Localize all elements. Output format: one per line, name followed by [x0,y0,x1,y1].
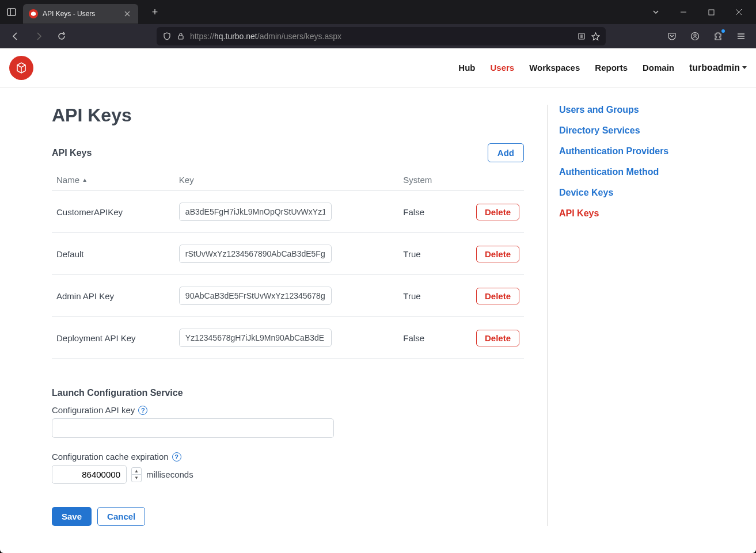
sidenav-device-keys[interactable]: Device Keys [559,188,613,197]
sidenav-directory[interactable]: Directory Services [559,125,640,135]
window-maximize-button[interactable] [698,2,724,22]
col-key[interactable]: Key [174,169,398,191]
lcs-title: Launch Configuration Service [52,388,524,398]
cache-expiration-input[interactable] [52,465,127,484]
extensions-icon[interactable] [710,28,726,44]
app-header: Hub Users Workspaces Reports Domain turb… [0,48,756,87]
svg-marker-13 [592,33,599,40]
window-close-button[interactable] [726,2,751,22]
nav-hub[interactable]: Hub [458,63,475,73]
col-name[interactable]: Name ▲ [52,169,174,191]
account-icon[interactable] [687,28,703,44]
cache-expiration-label: Configuration cache expiration ? [52,452,524,462]
delete-button[interactable]: Delete [476,246,519,262]
cache-unit: milliseconds [146,470,193,479]
nav-workspaces[interactable]: Workspaces [529,63,580,73]
number-spinner: ▲ ▼ [131,467,142,482]
browser-tab[interactable]: API Keys - Users [23,4,138,24]
back-button[interactable] [7,28,24,45]
delete-button[interactable]: Delete [476,204,519,220]
app-nav: Hub Users Workspaces Reports Domain turb… [458,63,747,73]
svg-point-15 [694,34,696,36]
sidebar-toggle-icon[interactable] [5,5,18,19]
cell-system: True [398,275,451,317]
pocket-icon[interactable] [664,28,680,44]
cancel-button[interactable]: Cancel [97,507,145,526]
delete-button[interactable]: Delete [476,330,519,346]
col-system[interactable]: System [398,169,451,191]
side-nav: Users and Groups Directory Services Auth… [547,105,708,526]
reload-button[interactable] [53,28,70,45]
app-menu-icon[interactable] [733,28,749,44]
main-content: API Keys API Keys Add Name ▲ Key System … [52,105,524,526]
table-row: DefaultTrueDelete [52,233,524,275]
nav-users[interactable]: Users [490,63,514,73]
api-keys-table: Name ▲ Key System CustomerAPIKeyFalseDel… [52,169,524,359]
lock-icon[interactable] [176,32,185,41]
svg-rect-5 [709,10,714,15]
cell-system: False [398,191,451,233]
tab-title: API Keys - Users [43,10,117,18]
config-api-key-input[interactable] [52,418,334,438]
sort-asc-icon: ▲ [82,177,88,183]
caret-down-icon [742,66,747,69]
sidenav-api-keys[interactable]: API Keys [559,208,599,218]
tabs-dropdown-icon[interactable] [643,2,668,22]
spinner-down-button[interactable]: ▼ [132,475,141,482]
sidenav-auth-providers[interactable]: Authentication Providers [559,146,668,156]
nav-reports[interactable]: Reports [595,63,628,73]
table-row: Deployment API KeyFalseDelete [52,317,524,359]
page-title: API Keys [52,105,524,126]
url-bar[interactable]: https://hq.turbo.net/admin/users/keys.as… [157,27,606,45]
key-input[interactable] [179,329,332,347]
reader-mode-icon[interactable] [577,32,586,41]
browser-toolbar: https://hq.turbo.net/admin/users/keys.as… [0,24,756,48]
key-input[interactable] [179,203,332,221]
svg-rect-0 [7,9,16,16]
table-row: CustomerAPIKeyFalseDelete [52,191,524,233]
user-menu-label: turboadmin [689,63,740,73]
bookmark-icon[interactable] [591,32,600,41]
add-button[interactable]: Add [488,143,524,162]
delete-button[interactable]: Delete [476,288,519,304]
app-logo-icon[interactable] [9,56,33,80]
section-title: API Keys [52,148,92,158]
page-content: Hub Users Workspaces Reports Domain turb… [0,48,756,553]
key-input[interactable] [179,245,332,263]
sidenav-users-groups[interactable]: Users and Groups [559,105,639,115]
nav-domain[interactable]: Domain [643,63,674,73]
cell-name: Default [52,233,174,275]
launch-config-section: Launch Configuration Service Configurati… [52,388,524,526]
tab-close-icon[interactable] [122,9,132,19]
cell-name: Admin API Key [52,275,174,317]
url-text: https://hq.turbo.net/admin/users/keys.as… [190,32,572,41]
svg-rect-8 [178,36,183,39]
table-row: Admin API KeyTrueDelete [52,275,524,317]
new-tab-button[interactable]: + [146,3,164,21]
save-button[interactable]: Save [52,507,92,526]
help-icon[interactable]: ? [138,406,147,415]
cell-system: False [398,317,451,359]
window-minimize-button[interactable] [671,2,696,22]
shield-icon[interactable] [162,32,172,41]
config-api-key-label: Configuration API key ? [52,405,524,415]
user-menu[interactable]: turboadmin [689,63,747,73]
cell-system: True [398,233,451,275]
browser-titlebar: API Keys - Users + [0,0,756,24]
spinner-up-button[interactable]: ▲ [132,468,141,475]
cell-name: Deployment API Key [52,317,174,359]
cell-name: CustomerAPIKey [52,191,174,233]
key-input[interactable] [179,287,332,305]
help-icon[interactable]: ? [172,452,181,462]
tab-favicon-icon [29,9,38,18]
sidenav-auth-method[interactable]: Authentication Method [559,167,659,177]
forward-button [30,28,47,45]
